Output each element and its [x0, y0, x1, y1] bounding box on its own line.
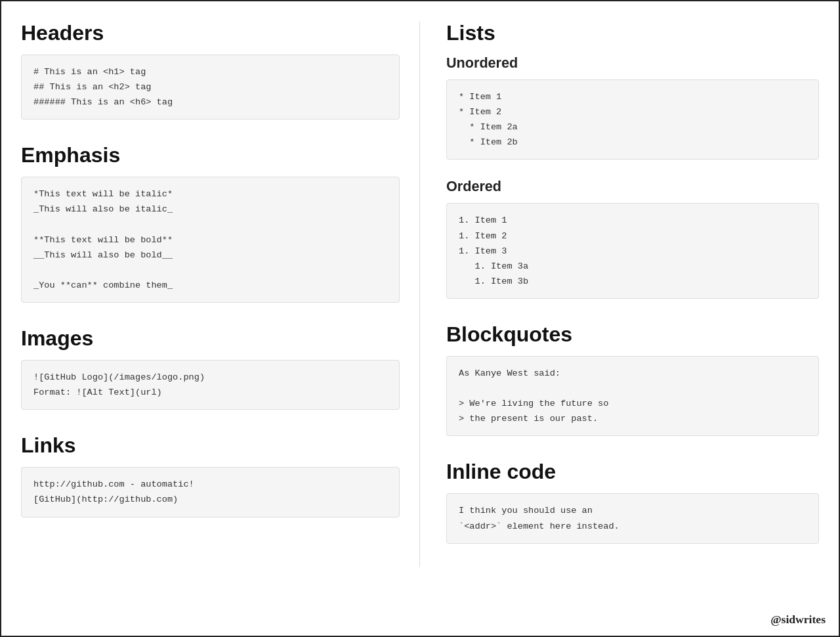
left-column: Headers # This is an <h1> tag ## This is…	[21, 21, 420, 567]
unordered-subsection: Unordered * Item 1 * Item 2 * Item 2a * …	[446, 55, 819, 160]
links-title: Links	[21, 433, 400, 458]
watermark: @sidwrites	[770, 613, 826, 626]
ordered-title: Ordered	[446, 178, 819, 195]
blockquotes-section: Blockquotes As Kanye West said: > We're …	[446, 322, 819, 436]
unordered-code: * Item 1 * Item 2 * Item 2a * Item 2b	[446, 79, 819, 160]
headers-code: # This is an <h1> tag ## This is an <h2>…	[21, 55, 400, 120]
emphasis-title: Emphasis	[21, 143, 400, 167]
links-code: http://github.com - automatic! [GitHub](…	[21, 467, 400, 517]
images-section: Images ![GitHub Logo](/images/logo.png) …	[21, 326, 400, 410]
ordered-subsection: Ordered 1. Item 1 1. Item 2 1. Item 3 1.…	[446, 178, 819, 299]
blockquotes-title: Blockquotes	[446, 322, 819, 347]
images-title: Images	[21, 326, 400, 351]
images-code: ![GitHub Logo](/images/logo.png) Format:…	[21, 360, 400, 410]
inline-code-title: Inline code	[446, 460, 819, 484]
emphasis-section: Emphasis *This text will be italic* _Thi…	[21, 143, 400, 303]
right-column: Lists Unordered * Item 1 * Item 2 * Item…	[420, 21, 819, 567]
blockquotes-code: As Kanye West said: > We're living the f…	[446, 356, 819, 436]
ordered-code: 1. Item 1 1. Item 2 1. Item 3 1. Item 3a…	[446, 203, 819, 299]
headers-section: Headers # This is an <h1> tag ## This is…	[21, 21, 400, 120]
lists-section: Lists Unordered * Item 1 * Item 2 * Item…	[446, 21, 819, 299]
emphasis-code: *This text will be italic* _This will al…	[21, 177, 400, 303]
headers-title: Headers	[21, 21, 400, 45]
unordered-title: Unordered	[446, 55, 819, 72]
inline-code-section: Inline code I think you should use an `<…	[446, 460, 819, 543]
links-section: Links http://github.com - automatic! [Gi…	[21, 433, 400, 517]
inline-code-code: I think you should use an `<addr>` eleme…	[446, 493, 819, 543]
lists-title: Lists	[446, 21, 819, 45]
